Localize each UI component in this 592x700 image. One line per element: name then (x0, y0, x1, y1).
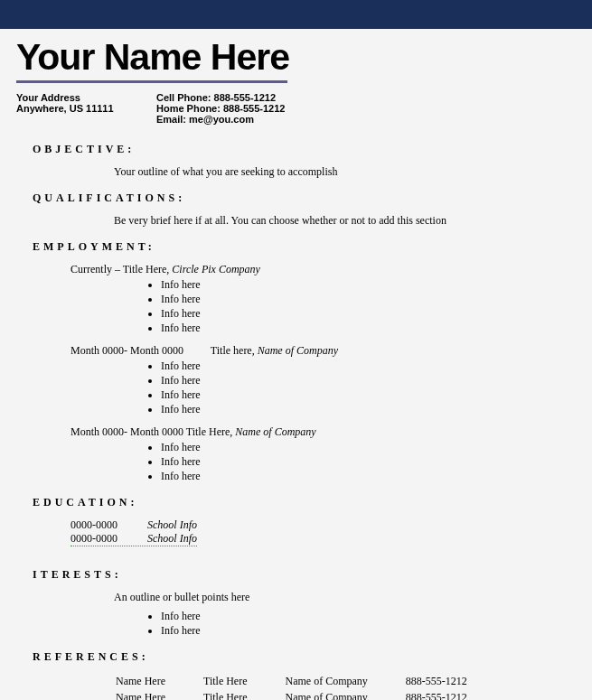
cell-phone: Cell Phone: 888-555-1212 (156, 92, 285, 103)
list-item: Info here (161, 359, 576, 373)
address-line-1: Your Address (16, 92, 156, 103)
references-table: Name Here Title Here Name of Company 888… (114, 673, 505, 700)
references-heading: REFERENCES: (33, 650, 576, 664)
list-item: Info here (161, 374, 576, 387)
email: Email: me@you.com (156, 114, 285, 125)
objective-text: Your outline of what you are seeking to … (114, 165, 576, 179)
contact-block: Your Address Anywhere, US 11111 Cell Pho… (16, 92, 576, 125)
name-underline (16, 80, 287, 83)
address-line-2: Anywhere, US 11111 (16, 103, 156, 114)
job-3-bullets: Info here Info here Info here (161, 441, 576, 483)
qualifications-heading: QUALIFICATIONS: (33, 191, 576, 205)
education-heading: EDUCATION: (33, 496, 576, 509)
job-3-line: Month 0000- Month 0000 Title Here, Name … (70, 425, 576, 439)
job-1-line: Currently – Title Here, Circle Pix Compa… (70, 263, 576, 276)
list-item: Info here (161, 470, 576, 483)
job-1-bullets: Info here Info here Info here Info here (161, 278, 576, 335)
resume-page: Your Name Here Your Address Anywhere, US… (0, 36, 592, 700)
header-bar (0, 0, 592, 29)
table-row: Name Here Title Here Name of Company 888… (116, 675, 503, 689)
list-item: Info here (161, 293, 576, 306)
list-item: Info here (161, 624, 576, 638)
list-item: Info here (161, 441, 576, 454)
job-2-bullets: Info here Info here Info here Info here (161, 359, 576, 416)
list-item: Info here (161, 610, 576, 623)
employment-heading: EMPLOYMENT: (33, 240, 576, 254)
table-row: Name Here Title Here Name of Company 888… (116, 691, 503, 700)
home-phone: Home Phone: 888-555-1212 (156, 103, 285, 114)
list-item: Info here (161, 403, 576, 416)
job-2-line: Month 0000- Month 0000 Title here, Name … (70, 344, 576, 358)
list-item: Info here (161, 455, 576, 469)
interests-heading: ITERESTS: (33, 568, 576, 582)
education-row: 0000-0000School Info (70, 518, 576, 532)
interests-bullets: Info here Info here (161, 610, 576, 638)
list-item: Info here (161, 307, 576, 321)
education-row: 0000-0000School Info (70, 532, 576, 546)
name-title: Your Name Here (16, 36, 576, 79)
list-item: Info here (161, 278, 576, 292)
list-item: Info here (161, 322, 576, 335)
list-item: Info here (161, 388, 576, 402)
qualifications-text: Be very brief here if at all. You can ch… (114, 214, 576, 228)
objective-heading: OBJECTIVE: (33, 143, 576, 156)
interests-text: An outline or bullet points here (114, 591, 576, 604)
